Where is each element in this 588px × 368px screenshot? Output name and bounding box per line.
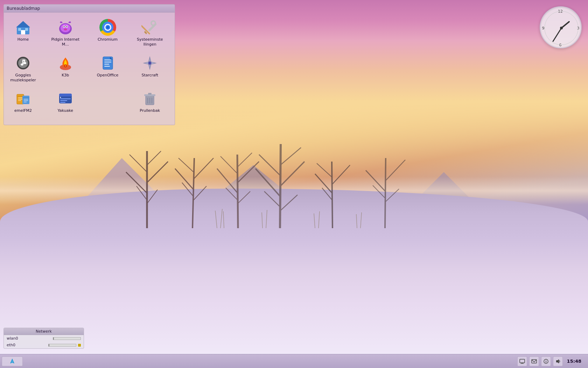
network-eth0-label: eth0 xyxy=(7,343,47,347)
icon-k3b[interactable]: K3b xyxy=(48,52,83,86)
settings-label: Systeeminste llingen xyxy=(134,37,166,47)
pidgin-label: Pidgin Internet M... xyxy=(50,37,81,47)
starcraft-icon-img xyxy=(141,55,158,71)
svg-rect-90 xyxy=(22,96,29,104)
network-wlan0-label: wlan0 xyxy=(7,336,51,341)
svg-rect-96 xyxy=(60,97,61,98)
arch-linux-icon xyxy=(9,358,16,365)
time-display: 15:48 xyxy=(565,358,583,364)
chromium-icon-img xyxy=(99,19,116,36)
info-btn[interactable]: i xyxy=(541,356,551,366)
svg-rect-95 xyxy=(60,102,65,103)
svg-text:i: i xyxy=(545,360,546,363)
yakuake-icon-img xyxy=(57,90,74,107)
svg-rect-50 xyxy=(25,28,28,31)
screen-btn[interactable] xyxy=(517,356,527,366)
icon-prullenbak[interactable]: Prullenbak xyxy=(132,87,167,116)
svg-rect-93 xyxy=(60,98,71,99)
goggles-icon-img xyxy=(15,55,31,71)
taskbar-left xyxy=(2,356,517,366)
svg-marker-47 xyxy=(16,21,30,27)
icon-pidgin[interactable]: Pidgin Internet M... xyxy=(48,16,83,50)
chromium-label: Chromium xyxy=(98,37,118,42)
k3b-label: K3b xyxy=(62,73,69,78)
svg-point-73 xyxy=(23,62,26,64)
clock-svg: 12 3 6 9 xyxy=(540,7,582,49)
icon-starcraft[interactable]: Starcraft xyxy=(132,52,167,86)
svg-rect-49 xyxy=(18,28,21,31)
prullenbak-label: Prullenbak xyxy=(140,108,160,113)
svg-point-111 xyxy=(560,27,563,29)
icon-goggles[interactable]: Goggles muziekspeler xyxy=(6,52,41,86)
svg-rect-100 xyxy=(148,93,152,95)
svg-rect-80 xyxy=(104,62,111,62)
svg-rect-92 xyxy=(59,94,72,96)
prullenbak-icon-img xyxy=(141,90,158,107)
icon-settings[interactable]: Systeeminste llingen xyxy=(132,16,167,50)
svg-rect-115 xyxy=(521,363,523,363)
svg-rect-116 xyxy=(520,363,524,364)
svg-line-109 xyxy=(561,22,569,28)
home-label: Home xyxy=(18,37,29,42)
svg-point-76 xyxy=(65,65,66,67)
screen-icon xyxy=(519,359,525,364)
icon-openoffice[interactable]: OpenOffice xyxy=(90,52,125,86)
icons-grid: Home Pidgin Internet M... xyxy=(4,13,175,120)
desktop-panel: Bureaubladmap Home xyxy=(4,4,175,125)
pidgin-icon-img xyxy=(57,19,74,36)
emelfm2-icon-img xyxy=(15,90,31,107)
emelfm2-label: emelFM2 xyxy=(14,108,32,113)
network-row-eth0: eth0 xyxy=(4,342,84,348)
starcraft-label: Starcraft xyxy=(141,73,158,78)
k3b-icon-img xyxy=(57,55,74,71)
svg-rect-114 xyxy=(520,359,525,363)
svg-rect-94 xyxy=(60,100,67,101)
network-wlan0-bar-fill xyxy=(53,338,54,340)
yakuake-label: Yakuake xyxy=(58,108,73,113)
volume-icon xyxy=(555,359,561,364)
network-eth0-bar-fill xyxy=(49,344,49,346)
network-eth0-indicator xyxy=(78,344,81,347)
svg-marker-120 xyxy=(556,359,559,363)
network-widget: Netwerk wlan0 eth0 xyxy=(4,328,84,349)
svg-point-56 xyxy=(66,26,67,27)
volume-btn[interactable] xyxy=(553,356,563,366)
svg-rect-82 xyxy=(104,66,110,67)
svg-point-62 xyxy=(106,26,109,29)
svg-point-64 xyxy=(151,21,155,25)
icon-home[interactable]: Home xyxy=(6,16,41,50)
icon-chromium[interactable]: Chromium xyxy=(90,16,125,50)
network-title: Netwerk xyxy=(4,328,84,335)
openoffice-icon-img xyxy=(99,55,116,71)
clock-face: 12 3 6 9 xyxy=(540,6,582,48)
snow-ground xyxy=(0,189,588,354)
icon-emelfm2[interactable]: emelFM2 xyxy=(6,87,41,116)
svg-text:9: 9 xyxy=(542,26,545,30)
taskbar: i 15:48 xyxy=(0,354,588,368)
icon-yakuake[interactable]: Yakuake xyxy=(48,87,83,116)
svg-point-52 xyxy=(61,24,70,32)
svg-point-72 xyxy=(21,63,23,66)
svg-rect-81 xyxy=(104,64,109,64)
taskbar-app-menu[interactable] xyxy=(2,356,23,366)
settings-icon-img xyxy=(141,19,158,36)
network-row-wlan0: wlan0 xyxy=(4,335,84,342)
info-icon: i xyxy=(543,359,549,364)
network-wlan0-bar xyxy=(53,337,81,340)
svg-rect-48 xyxy=(21,30,25,34)
network-eth0-bar xyxy=(48,344,76,347)
svg-point-87 xyxy=(149,62,151,64)
svg-rect-79 xyxy=(104,60,111,60)
goggles-label: Goggles muziekspeler xyxy=(7,73,39,83)
taskbar-right: i 15:48 xyxy=(517,356,586,366)
panel-title: Bureaubladmap xyxy=(4,5,175,13)
svg-point-57 xyxy=(64,28,67,30)
clock-widget: 12 3 6 9 xyxy=(540,6,582,48)
svg-text:6: 6 xyxy=(559,43,562,47)
openoffice-label: OpenOffice xyxy=(97,73,119,78)
mail-icon xyxy=(531,359,537,364)
svg-line-110 xyxy=(553,28,561,41)
mail-btn[interactable] xyxy=(529,356,539,366)
home-icon-img xyxy=(15,19,31,36)
svg-point-55 xyxy=(63,26,64,27)
